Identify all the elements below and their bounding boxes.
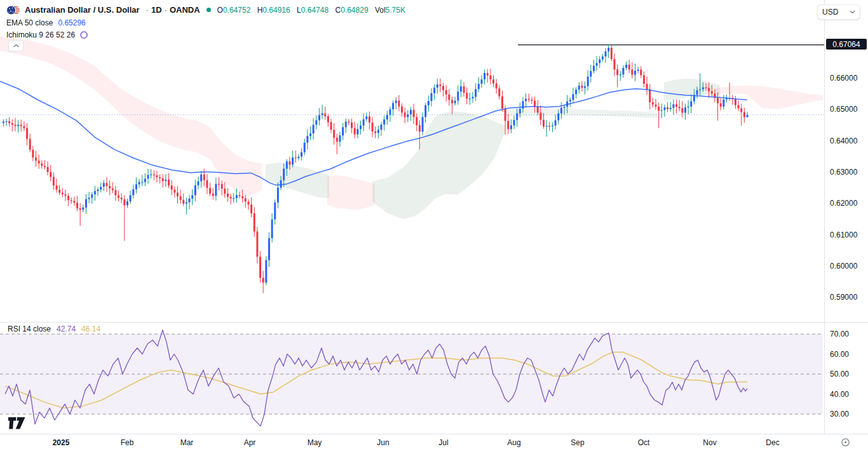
candle-up — [552, 126, 553, 126]
rsi-value: 42.74 — [57, 325, 76, 333]
candle-down — [206, 180, 208, 188]
symbol-row[interactable]: Australian Dollar / U.S. Dollar · 1D · O… — [6, 4, 405, 16]
candle-up — [663, 107, 665, 110]
candle-down — [654, 105, 656, 107]
candle-up — [139, 182, 140, 184]
candle-up — [513, 120, 515, 126]
candle-down — [740, 109, 742, 112]
candle-down — [38, 161, 40, 163]
candle-up — [605, 51, 607, 57]
candlestick-series[interactable] — [3, 45, 749, 293]
timezone-settings-icon[interactable] — [841, 438, 850, 449]
candle-down — [528, 98, 530, 100]
open-value: 0.64752 — [223, 6, 250, 15]
candle-up — [563, 107, 565, 108]
ichimoku-cloud-layer — [0, 36, 823, 219]
candle-up — [395, 100, 397, 103]
candle-up — [301, 152, 302, 157]
candle-up — [672, 104, 674, 108]
time-tick-label: Mar — [180, 438, 194, 447]
candle-up — [313, 125, 315, 134]
ichimoku-label: Ichimoku 9 26 52 26 — [6, 30, 75, 39]
candle-up — [103, 183, 105, 187]
symbol-title[interactable]: Australian Dollar / U.S. Dollar — [25, 5, 140, 15]
candle-down — [496, 83, 498, 88]
candle-up — [315, 120, 317, 124]
candle-down — [333, 130, 335, 138]
volume-value: 5.75K — [386, 6, 405, 15]
candle-down — [463, 86, 465, 93]
tradingview-logo-icon[interactable] — [8, 417, 25, 432]
candle-down — [109, 186, 111, 189]
candle-down — [643, 75, 645, 84]
candle-up — [215, 184, 217, 196]
price-level-chip[interactable]: 0.67064 — [826, 39, 867, 50]
symbol-legend[interactable]: Australian Dollar / U.S. Dollar · 1D · O… — [6, 4, 405, 40]
exchange-label[interactable]: OANDA — [170, 5, 200, 15]
currency-selector[interactable]: USD — [817, 4, 860, 20]
candle-down — [118, 196, 119, 198]
candle-down — [288, 161, 290, 164]
ema-indicator-row[interactable]: EMA 50 close 0.65296 — [6, 17, 405, 28]
candle-down — [537, 107, 539, 112]
candle-down — [416, 117, 417, 125]
currency-selector-value: USD — [822, 8, 838, 17]
candle-up — [392, 103, 394, 109]
candle-up — [297, 157, 299, 158]
candle-up — [97, 189, 99, 191]
candle-up — [422, 117, 424, 131]
candle-up — [590, 71, 592, 77]
candle-down — [652, 102, 654, 105]
ichimoku-loading-spinner-icon — [79, 30, 88, 39]
candle-down — [401, 107, 403, 113]
candle-up — [428, 101, 430, 105]
candle-down — [73, 201, 75, 203]
candle-up — [165, 180, 166, 181]
candle-down — [112, 189, 114, 191]
chevron-up-icon — [13, 44, 19, 48]
candle-down — [717, 98, 719, 104]
candle-down — [218, 184, 220, 185]
candle-down — [330, 123, 332, 130]
time-tick-label: Jun — [377, 438, 389, 447]
candle-up — [722, 100, 724, 107]
candle-up — [386, 115, 388, 119]
market-status-dot-icon[interactable] — [207, 8, 211, 12]
candle-up — [309, 133, 311, 136]
candle-down — [227, 194, 229, 197]
candle-down — [245, 198, 247, 201]
rsi-legend[interactable]: RSI 14 close 42.74 46.14 — [8, 325, 100, 333]
candle-down — [351, 123, 353, 128]
candle-down — [507, 121, 509, 129]
ichimoku-indicator-row[interactable]: Ichimoku 9 26 52 26 — [6, 29, 405, 40]
candle-down — [44, 166, 46, 167]
rsi-tick-label: 70.00 — [830, 330, 849, 338]
rsi-tick-label: 50.00 — [830, 370, 849, 379]
price-axis[interactable]: 0.660000.650000.640000.630000.620000.610… — [830, 74, 858, 302]
time-tick-label: Apr — [244, 438, 256, 447]
candle-down — [445, 90, 447, 95]
candle-up — [696, 90, 698, 95]
candle-up — [484, 73, 485, 79]
candle-up — [292, 157, 294, 164]
interval-label[interactable]: 1D — [151, 5, 162, 15]
ichimoku-cloud — [327, 175, 375, 210]
price-tick-label: 0.66000 — [830, 74, 858, 83]
candle-down — [711, 91, 713, 94]
time-axis[interactable]: 2025FebMarAprMayJunJulAugSepOctNovDec — [53, 438, 780, 447]
chart-canvas[interactable]: 0.660000.650000.640000.630000.620000.610… — [0, 0, 868, 449]
candle-up — [286, 161, 288, 168]
candle-up — [637, 70, 639, 71]
candle-up — [100, 187, 102, 189]
candle-up — [271, 220, 273, 239]
candle-up — [625, 65, 627, 68]
candle-down — [295, 157, 297, 158]
price-tick-label: 0.65000 — [830, 105, 858, 114]
collapse-pane-button[interactable] — [8, 40, 24, 51]
candle-up — [189, 199, 191, 203]
candle-up — [126, 201, 128, 205]
candle-up — [280, 180, 282, 188]
rsi-axis[interactable]: 70.0060.0050.0040.0030.00 — [830, 330, 849, 419]
candle-down — [8, 121, 10, 123]
candle-up — [265, 260, 267, 283]
